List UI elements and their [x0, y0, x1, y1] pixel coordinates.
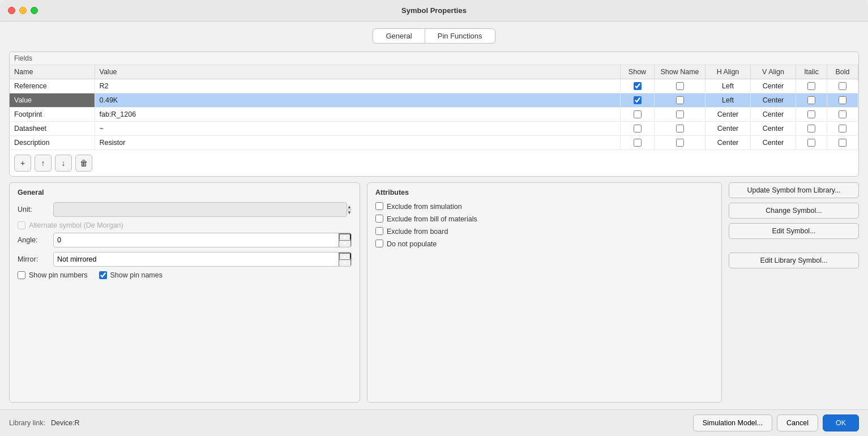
col-name: Name [10, 65, 95, 79]
col-bold: Bold [827, 65, 858, 79]
attribute-checkbox[interactable] [375, 227, 383, 235]
h-align-cell: Left [705, 79, 751, 93]
buttons-panel: Update Symbol from Library... Change Sym… [729, 182, 859, 403]
unit-stepper-up[interactable]: ▲ [347, 204, 352, 210]
delete-field-button[interactable]: 🗑 [75, 155, 92, 172]
v-align-cell: Center [751, 108, 796, 122]
unit-input-wrap: ▲ ▼ [53, 202, 352, 217]
italic-checkbox[interactable] [807, 110, 815, 118]
field-value-cell[interactable]: ~ [95, 122, 621, 136]
bold-checkbox[interactable] [839, 125, 846, 132]
show-name-checkbox[interactable] [676, 82, 684, 90]
move-down-button[interactable]: ↓ [55, 155, 72, 172]
change-symbol-button[interactable]: Change Symbol... [729, 203, 859, 219]
attribute-label: Exclude from board [387, 228, 448, 236]
show-checkbox[interactable] [634, 139, 642, 147]
bold-cell [827, 108, 858, 122]
mirror-stepper-down[interactable]: ▼ [339, 259, 351, 266]
mirror-select[interactable]: Not mirrored Mirror X Mirror Y [53, 252, 352, 267]
edit-symbol-button[interactable]: Edit Symbol... [729, 223, 859, 239]
show-checkbox[interactable] [634, 96, 642, 104]
ok-button[interactable]: OK [823, 414, 859, 431]
attribute-checkbox[interactable] [375, 215, 383, 223]
table-row[interactable]: DescriptionResistorCenterCenter [10, 136, 858, 150]
italic-cell [796, 122, 827, 136]
show-pin-numbers-row: Show pin numbers [18, 271, 88, 279]
attribute-label: Exclude from bill of materials [387, 215, 477, 223]
field-value-cell[interactable]: 0.49K [95, 93, 621, 108]
tab-pin-functions[interactable]: Pin Functions [425, 28, 495, 44]
show-checkbox[interactable] [634, 110, 642, 118]
italic-cell [796, 79, 827, 93]
tab-general[interactable]: General [373, 28, 425, 44]
edit-library-symbol-button[interactable]: Edit Library Symbol... [729, 253, 859, 268]
field-value-cell[interactable]: R2 [95, 79, 621, 93]
v-align-cell: Center [751, 79, 796, 93]
h-align-cell: Left [705, 93, 751, 108]
field-name-cell: Footprint [10, 108, 95, 122]
table-row[interactable]: Value0.49KLeftCenter [10, 93, 858, 108]
field-name-cell: Value [10, 93, 95, 108]
show-pin-names-row: Show pin names [99, 271, 163, 279]
italic-checkbox[interactable] [807, 139, 815, 147]
table-row[interactable]: Footprintfab:R_1206CenterCenter [10, 108, 858, 122]
attribute-item: Do not populate [375, 240, 713, 249]
attribute-checkbox[interactable] [375, 202, 383, 210]
update-symbol-button[interactable]: Update Symbol from Library... [729, 182, 859, 198]
alternate-symbol-checkbox[interactable] [18, 221, 25, 229]
bottom-bar: Library link: Device:R Simulation Model.… [0, 409, 868, 436]
bold-cell [827, 136, 858, 150]
angle-stepper-down[interactable]: ▼ [339, 240, 351, 247]
bold-cell [827, 122, 858, 136]
bold-checkbox[interactable] [839, 96, 846, 104]
italic-checkbox[interactable] [807, 96, 815, 104]
show-pin-numbers-checkbox[interactable] [18, 271, 25, 279]
show-pin-names-checkbox[interactable] [99, 271, 107, 279]
simulation-model-button[interactable]: Simulation Model... [693, 414, 772, 431]
angle-input[interactable] [53, 233, 352, 247]
field-value-cell[interactable]: fab:R_1206 [95, 108, 621, 122]
show-checkbox[interactable] [634, 125, 642, 132]
cancel-button[interactable]: Cancel [777, 414, 818, 431]
add-field-button[interactable]: + [14, 155, 31, 172]
angle-stepper: ▲ ▼ [339, 233, 351, 247]
show-name-checkbox[interactable] [676, 96, 684, 104]
traffic-lights [8, 7, 38, 14]
move-up-button[interactable]: ↑ [35, 155, 52, 172]
minimize-button[interactable] [19, 7, 27, 14]
field-value-cell[interactable]: Resistor [95, 136, 621, 150]
italic-checkbox[interactable] [807, 82, 815, 90]
table-row[interactable]: ReferenceR2LeftCenter [10, 79, 858, 93]
unit-input[interactable] [53, 202, 347, 217]
show-name-checkbox[interactable] [676, 110, 684, 118]
close-button[interactable] [8, 7, 15, 14]
show-name-checkbox[interactable] [676, 125, 684, 132]
bottom-buttons: Simulation Model... Cancel OK [693, 414, 859, 431]
mirror-stepper-up[interactable]: ▲ [339, 253, 351, 259]
show-pin-names-label: Show pin names [110, 271, 163, 279]
bold-checkbox[interactable] [839, 110, 846, 118]
content-area: General Pin Functions Fields Name Value … [0, 22, 868, 409]
col-h-align: H Align [705, 65, 751, 79]
show-checkbox[interactable] [634, 82, 642, 90]
bold-checkbox[interactable] [839, 139, 846, 147]
bold-checkbox[interactable] [839, 82, 846, 90]
maximize-button[interactable] [31, 7, 38, 14]
mirror-select-wrap: Not mirrored Mirror X Mirror Y ▲ ▼ [53, 252, 352, 267]
general-panel: General Unit: ▲ ▼ Alternate symbol (De M… [9, 182, 360, 403]
table-header-row: Name Value Show Show Name H Align V Alig… [10, 65, 858, 79]
tab-bar: General Pin Functions [9, 28, 859, 44]
angle-stepper-up[interactable]: ▲ [339, 233, 351, 240]
unit-stepper-down[interactable]: ▼ [347, 210, 352, 215]
italic-checkbox[interactable] [807, 125, 815, 132]
h-align-cell: Center [705, 136, 751, 150]
h-align-cell: Center [705, 122, 751, 136]
table-row[interactable]: Datasheet~CenterCenter [10, 122, 858, 136]
show-name-checkbox[interactable] [676, 139, 684, 147]
italic-cell [796, 108, 827, 122]
fields-table: Name Value Show Show Name H Align V Alig… [10, 65, 858, 150]
attributes-panel-title: Attributes [375, 189, 713, 196]
v-align-cell: Center [751, 93, 796, 108]
attribute-checkbox[interactable] [375, 240, 383, 247]
mirror-stepper: ▲ ▼ [339, 253, 351, 266]
